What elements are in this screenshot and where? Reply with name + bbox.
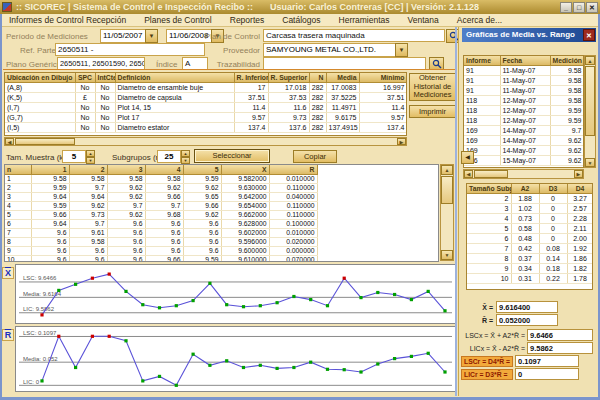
tam-muestra-stepper[interactable]: ▲ ▼ (86, 150, 95, 163)
scroll-up-icon[interactable]: ▲ (441, 165, 453, 175)
column-header[interactable]: 1 (31, 165, 69, 175)
close-button[interactable]: ✕ (586, 2, 598, 13)
table-row[interactable]: 21.8803.27 (467, 194, 593, 204)
scroll-up-icon[interactable]: ▲ (585, 56, 595, 65)
imprimir-button[interactable]: Imprimir (409, 105, 456, 118)
scroll-thumb[interactable] (441, 176, 453, 204)
table-row[interactable]: (A,8)NoNoDiametro de ensamble buje1717.0… (5, 83, 407, 93)
column-header[interactable]: Ubicación en Dibujo (5, 73, 75, 83)
table-row[interactable]: 59.669.739.629.689.629.6620000.110000 (5, 211, 317, 220)
scroll-thumb[interactable] (585, 66, 595, 136)
table-row[interactable]: 9111-May-079.58 (464, 86, 584, 96)
ref-parte-input[interactable]: 2650511 - (55, 43, 205, 56)
column-header[interactable]: SPC (75, 73, 95, 83)
table-row[interactable]: 16914-May-079.62 (464, 136, 584, 146)
table-row[interactable]: 100.310.221.78 (467, 274, 593, 284)
column-header[interactable]: A2 (511, 184, 539, 194)
table-row[interactable]: 90.340.181.82 (467, 264, 593, 274)
column-header[interactable]: R. Inferior (234, 73, 268, 83)
table-row[interactable]: 29.599.79.629.629.629.6300000.110000 (5, 184, 317, 193)
column-header[interactable]: Fecha (500, 56, 550, 66)
chevron-down-icon[interactable]: ▼ (395, 43, 408, 57)
scroll-right-icon[interactable]: ▶ (397, 138, 406, 145)
menu-acerca-de[interactable]: Acerca de... (448, 15, 511, 25)
historial-vscrollbar[interactable]: ▲ ▼ (584, 55, 596, 168)
column-header[interactable]: n (5, 165, 31, 175)
table-row[interactable]: 109.69.69.69.669.599.6100000.070000 (5, 256, 317, 263)
table-row[interactable]: 19.589.589.589.589.599.5820000.010000 (5, 175, 317, 184)
column-header[interactable]: Medición (550, 56, 584, 66)
column-header[interactable]: Definición (115, 73, 234, 83)
copiar-button[interactable]: Copiar (293, 150, 337, 163)
table-row[interactable]: (K,5)£NoDiametro de capsula37.5137.53282… (5, 93, 407, 103)
table-row[interactable]: 99.69.69.69.69.69.6000000.000000 (5, 247, 317, 256)
column-header[interactable]: N (309, 73, 326, 83)
table-row[interactable]: 16914-May-079.62 (464, 146, 584, 156)
table-row[interactable]: 79.69.619.69.69.69.6020000.010000 (5, 229, 317, 238)
scroll-thumb[interactable] (474, 170, 508, 178)
column-header[interactable]: Mínimo (359, 73, 407, 83)
column-header[interactable]: D4 (567, 184, 593, 194)
table-row[interactable]: 60.4802.00 (467, 234, 593, 244)
menu-catalogos[interactable]: Catálogos (273, 15, 329, 25)
scroll-thumb[interactable] (15, 138, 75, 145)
minimize-button[interactable]: _ (560, 2, 572, 13)
spin-up-icon[interactable]: ▲ (181, 150, 190, 157)
column-header[interactable]: R (269, 165, 317, 175)
column-header[interactable]: Tamaño Subgrupos (467, 184, 511, 194)
table-row[interactable]: 40.7302.28 (467, 214, 593, 224)
table-row[interactable]: (I,5)NoNoDiametro estator137.4137.628213… (5, 123, 407, 133)
column-header[interactable]: 3 (107, 165, 145, 175)
table-row[interactable]: 89.69.589.69.69.69.5960000.020000 (5, 238, 317, 247)
table-row[interactable]: 16914-May-079.7 (464, 126, 584, 136)
table-row[interactable]: 17615-May-079.62 (464, 156, 584, 166)
table-row[interactable]: 49.599.629.79.79.669.6540000.110000 (5, 202, 317, 211)
column-header[interactable]: X (221, 165, 269, 175)
spin-down-icon[interactable]: ▼ (181, 157, 190, 164)
column-header[interactable]: 2 (69, 165, 107, 175)
column-header[interactable]: R. Superior (268, 73, 309, 83)
table-row[interactable]: (I,7)NoNoPlot 14, 1511.411.628211.497111… (5, 103, 407, 113)
scroll-down-icon[interactable]: ▼ (585, 158, 595, 167)
subgrupos-stepper[interactable]: ▲ ▼ (181, 150, 190, 163)
tam-muestra-input[interactable]: 5 (62, 150, 86, 163)
table-row[interactable]: 50.5802.11 (467, 224, 593, 234)
caracteristicas-hscrollbar[interactable]: ◀ ▶ (4, 137, 407, 146)
table-row[interactable]: 11812-May-079.58 (464, 96, 584, 106)
spin-down-icon[interactable]: ▼ (86, 157, 95, 164)
table-row[interactable]: 9111-May-079.58 (464, 66, 584, 76)
table-row[interactable]: 70.420.081.92 (467, 244, 593, 254)
table-row[interactable]: 9111-May-079.58 (464, 76, 584, 86)
table-row[interactable]: 31.0202.57 (467, 204, 593, 214)
menu-ventana[interactable]: Ventana (399, 15, 448, 25)
table-row[interactable]: 39.649.649.629.669.659.6420000.040000 (5, 193, 317, 202)
column-header[interactable]: D3 (539, 184, 567, 194)
mediciones-vscrollbar[interactable]: ▲ ▼ (440, 164, 454, 261)
scroll-left-icon[interactable]: ◀ (464, 170, 473, 178)
table-row[interactable]: 69.649.79.69.69.69.6280000.100000 (5, 220, 317, 229)
column-header[interactable]: IntCte (95, 73, 115, 83)
panel-collapse-button[interactable]: ◀ (461, 151, 474, 164)
plan-control-input[interactable]: Carcasa trasera maquinada (263, 29, 445, 42)
menu-reportes[interactable]: Reportes (221, 15, 274, 25)
table-row[interactable]: (G,7)NoNoPlot 179.579.732829.61759.57 (5, 113, 407, 123)
seleccionar-mediciones-button[interactable]: Seleccionar Mediciones (194, 149, 270, 163)
panel-title[interactable]: Gráficas de Media vs. Rango ✕ (462, 28, 596, 42)
spin-up-icon[interactable]: ▲ (86, 150, 95, 157)
menu-herramientas[interactable]: Herramientas (330, 15, 399, 25)
menu-planes-de-control[interactable]: Planes de Control (135, 15, 221, 25)
table-row[interactable]: 11812-May-079.59 (464, 106, 584, 116)
scroll-right-icon[interactable]: ▶ (574, 170, 583, 178)
historial-hscrollbar[interactable]: ◀ ▶ (463, 169, 584, 179)
fecha-inicio-combo[interactable]: 11/05/2007 ▼ (100, 29, 158, 43)
chevron-down-icon[interactable]: ▼ (145, 29, 158, 43)
titlebar[interactable]: :: SICOREC | Sistema de Control e Inspec… (0, 0, 600, 14)
column-header[interactable]: 4 (145, 165, 183, 175)
menu-informes-control-recepcion[interactable]: Informes de Control Recepción (0, 15, 135, 25)
column-header[interactable]: 5 (183, 165, 221, 175)
maximize-button[interactable]: □ (573, 2, 585, 13)
proveedor-combo[interactable]: SAMYOUNG METAL CO.,LTD. ▼ (263, 43, 408, 57)
table-row[interactable]: 80.370.141.86 (467, 254, 593, 264)
subgrupos-input[interactable]: 25 (157, 150, 181, 163)
column-header[interactable]: Informe (464, 56, 500, 66)
